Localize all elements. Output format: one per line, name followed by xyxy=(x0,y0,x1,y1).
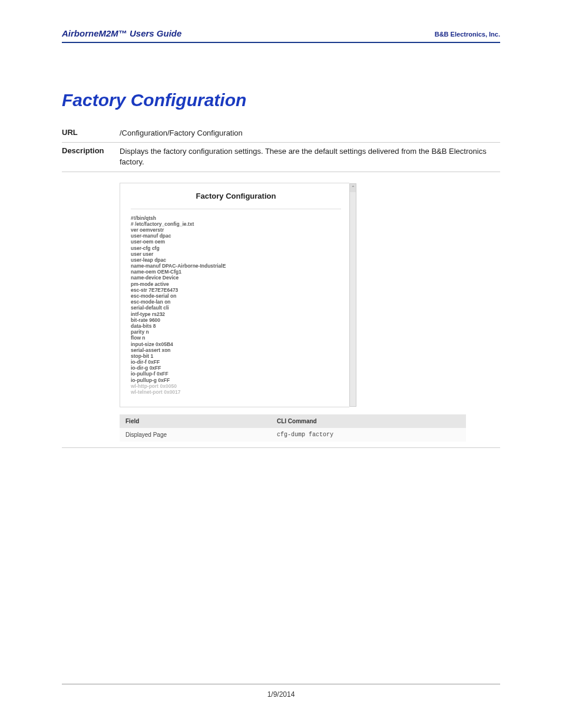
document-page: AirborneM2M™ Users Guide B&B Electronics… xyxy=(0,0,562,728)
header-company: B&B Electronics, Inc. xyxy=(435,31,500,38)
scrollbar[interactable]: ⌃ xyxy=(349,183,356,407)
page-footer: 1/9/2014 xyxy=(62,684,500,699)
meta-label-url: URL xyxy=(62,128,120,139)
screenshot-content: Factory Configuration #!/bin/qtsh # /etc… xyxy=(120,183,349,407)
header-guide-title: AirborneM2M™ Users Guide xyxy=(62,28,181,38)
meta-row-description: Description Displays the factory configu… xyxy=(62,143,500,172)
footer-date: 1/9/2014 xyxy=(267,690,295,699)
screenshot-heading: Factory Configuration xyxy=(131,189,341,209)
cell-field: Displayed Page xyxy=(120,428,271,442)
meta-label-description: Description xyxy=(62,146,120,167)
table-row: Displayed Page cfg-dump factory xyxy=(120,428,466,442)
table-header-row: Field CLI Command xyxy=(120,414,466,428)
scroll-up-button[interactable]: ⌃ xyxy=(350,184,356,192)
section-divider xyxy=(62,447,500,448)
cell-cli-command: cfg-dump factory xyxy=(271,428,466,442)
config-dump-text: #!/bin/qtsh # /etc/factory_config_ie.txt… xyxy=(131,215,341,396)
divider xyxy=(131,209,341,209)
col-header-field: Field xyxy=(120,414,271,428)
meta-value-description: Displays the factory configuration setti… xyxy=(120,146,500,167)
embedded-screenshot: ⌃ Factory Configuration #!/bin/qtsh # /e… xyxy=(120,183,349,408)
page-header: AirborneM2M™ Users Guide B&B Electronics… xyxy=(62,28,500,43)
meta-row-url: URL /Configuration/Factory Configuration xyxy=(62,124,500,143)
field-command-table: Field CLI Command Displayed Page cfg-dum… xyxy=(120,414,466,442)
meta-value-url: /Configuration/Factory Configuration xyxy=(120,128,500,139)
page-title: Factory Configuration xyxy=(62,90,500,110)
col-header-cli: CLI Command xyxy=(271,414,466,428)
